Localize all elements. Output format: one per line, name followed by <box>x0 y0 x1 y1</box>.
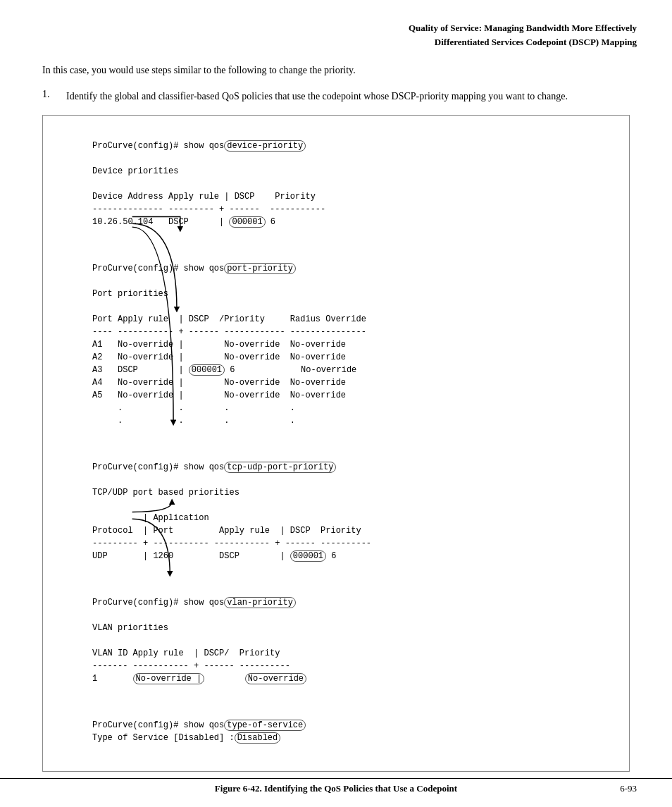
tcp-output: TCP/UDP port based priorities | Applicat… <box>92 488 371 562</box>
device-cmd-prefix: ProCurve(config)# show qosdevice-priorit… <box>92 140 306 152</box>
vlan-output: VLAN priorities VLAN ID Apply rule | DSC… <box>92 623 306 684</box>
vlan-priority-section: ProCurve(config)# show qosvlan-priority … <box>92 584 615 698</box>
header-line1: Quality of Service: Managing Bandwidth M… <box>35 21 637 35</box>
port-priority-section: ProCurve(config)# show qosport-priority … <box>92 250 615 440</box>
tos-value: Disabled <box>235 732 281 744</box>
tcp-cmd: ProCurve(config)# show qostcp-udp-port-p… <box>92 462 336 473</box>
figure-wrapper: Three classifiers use the codepoint that… <box>42 115 630 794</box>
vlan-cmd: ProCurve(config)# show qosvlan-priority <box>92 597 296 608</box>
figure-box: Three classifiers use the codepoint that… <box>42 115 630 772</box>
tcp-priority-section: ProCurve(config)# show qostcp-udp-port-p… <box>92 448 615 575</box>
vlan-no-override-1: No-override | <box>133 673 205 684</box>
port-cmd: ProCurve(config)# show qosport-priority <box>92 263 296 274</box>
tcp-priority-highlight: tcp-udp-port-priority <box>224 462 336 473</box>
page-number: 6-93 <box>0 783 672 794</box>
port-dscp-value: 000001 <box>189 364 225 376</box>
figure-inner: ProCurve(config)# show qosdevice-priorit… <box>92 127 615 760</box>
intro-text: In this case, you would use steps simila… <box>42 63 630 78</box>
header-line2: Differentiated Services Codepoint (DSCP)… <box>35 35 637 49</box>
port-output: Port priorities Port Apply rule | DSCP /… <box>92 289 366 426</box>
device-priority-section: ProCurve(config)# show qosdevice-priorit… <box>92 127 615 241</box>
page-content: In this case, you would use steps simila… <box>0 56 672 807</box>
tcp-dscp-value: 000001 <box>290 550 326 562</box>
page-header: Quality of Service: Managing Bandwidth M… <box>0 0 672 56</box>
step-1: 1. Identify the global and classifier-ba… <box>42 89 630 104</box>
footer-divider <box>0 778 672 779</box>
step-number: 1. <box>42 89 59 104</box>
tos-highlight: type-of-service <box>224 720 306 731</box>
page-footer: 6-93 <box>0 778 672 794</box>
device-output-1: Device priorities Device Address Apply r… <box>92 166 325 228</box>
tos-section: ProCurve(config)# show qostype-of-servic… <box>92 706 615 757</box>
device-priority-highlight: device-priority <box>224 140 306 152</box>
vlan-no-override-2: No-override <box>245 673 306 684</box>
port-priority-highlight: port-priority <box>224 263 296 274</box>
tos-cmd: ProCurve(config)# show qostype-of-servic… <box>92 720 306 744</box>
vlan-priority-highlight: vlan-priority <box>224 597 296 608</box>
step-text: Identify the global and classifier-based… <box>66 89 568 104</box>
device-dscp-value: 000001 <box>229 216 265 228</box>
